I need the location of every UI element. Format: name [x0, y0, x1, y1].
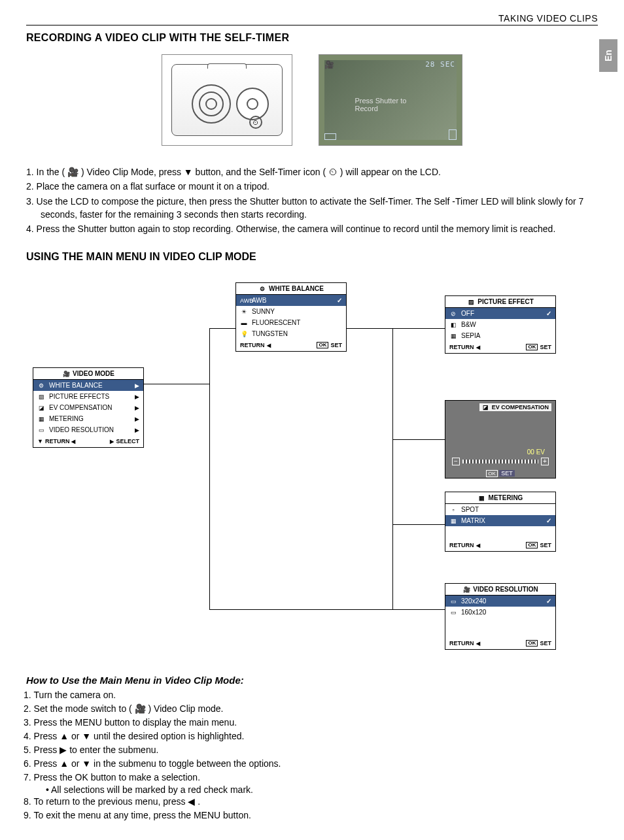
menu-metering: ▦METERING ▫SPOT ▦MATRIX✓ RETURN ◀OK SET	[445, 492, 556, 552]
lcd-hint-text: Press Shutter to Record	[355, 97, 426, 112]
menu-video-resolution: 🎥VIDEO RESOLUTION ▭320x240✓ ▭160x120 RET…	[445, 583, 556, 650]
met-item-matrix: ▦MATRIX✓	[445, 515, 555, 526]
howto-step-1: Turn the camera on.	[26, 688, 598, 702]
pe-item-sepia: ▦SEPIA	[445, 330, 555, 341]
menu-diagram-area: 🎥VIDEO MODE ⚙WHITE BALANCE▶ ▨PICTURE EFF…	[26, 282, 598, 688]
battery-icon	[324, 133, 336, 140]
wb-item-tungsten: 💡TUNGSTEN	[236, 328, 346, 339]
wb-item-awb: AWBAWB✓	[236, 295, 346, 306]
wb-item-sunny: ☀SUNNY	[236, 306, 346, 317]
vr-item-160: ▭160x120	[445, 607, 555, 618]
menu-item-metering: ▦METERING▶	[33, 413, 143, 424]
menu-white-balance: ⚙WHITE BALANCE AWBAWB✓ ☀SUNNY ▬FLUORESCE…	[235, 282, 347, 352]
menu-item-video-resolution: ▭VIDEO RESOLUTION▶	[33, 424, 143, 435]
howto-section: How to Use the Main Menu in Video Clip M…	[26, 675, 598, 822]
video-mode-icon: 🎥	[324, 60, 334, 69]
menu-picture-effect: ▨PICTURE EFFECT ⊘OFF✓ ◧B&W ▦SEPIA RETURN…	[445, 295, 556, 354]
menu-item-ev-compensation: ◪EV COMPENSATION▶	[33, 402, 143, 413]
section1-title: RECORDING A VIDEO CLIP WITH THE SELF-TIM…	[26, 32, 598, 44]
howto-step-9: To exit the menu at any time, press the …	[26, 809, 598, 822]
step-4: Press the Shutter button again to stop r…	[29, 222, 598, 235]
vr-item-320: ▭320x240✓	[445, 596, 555, 607]
section2-title: USING THE MAIN MENU IN VIDEO CLIP MODE	[26, 251, 598, 263]
wb-item-fluorescent: ▬FLUORESCENT	[236, 317, 346, 328]
howto-step-6: Press ▲ or ▼ in the submenu to toggle be…	[26, 757, 598, 771]
lcd-preview: 🎥 28 SEC Press Shutter to Record	[319, 54, 462, 146]
step-1: In the ( 🎥 ) Video Clip Mode, press ▼ bu…	[29, 165, 598, 178]
howto-step-4: Press ▲ or ▼ until the desired option is…	[26, 730, 598, 743]
pe-item-off: ⊘OFF✓	[445, 308, 555, 319]
step-3: Use the LCD to compose the picture, then…	[29, 195, 598, 222]
howto-step-5: Press ▶ to enter the submenu.	[26, 743, 598, 757]
menu-ev-compensation: ◪EV COMPENSATION 00 EV −+ OK OK SETSET	[445, 400, 556, 479]
howto-step-3: Press the MENU button to display the mai…	[26, 716, 598, 730]
section1-steps: In the ( 🎥 ) Video Clip Mode, press ▼ bu…	[29, 165, 598, 235]
lcd-timer-text: 28 SEC	[425, 60, 455, 69]
howto-step-7: Press the OK button to make a selection.	[26, 771, 598, 784]
menu-item-white-balance: ⚙WHITE BALANCE▶	[33, 380, 143, 391]
camera-diagram: ⏲	[162, 54, 292, 146]
howto-step-8: To return to the previous menu, press ◀ …	[26, 795, 598, 809]
ev-value: 00 EV	[527, 448, 545, 456]
howto-step-2: Set the mode switch to ( 🎥 ) Video Clip …	[26, 702, 598, 716]
sd-card-icon	[449, 129, 457, 140]
header-section-label: TAKING VIDEO CLIPS	[26, 13, 598, 25]
howto-bullet: • All selections will be marked by a red…	[46, 784, 598, 795]
menu-video-mode: 🎥VIDEO MODE ⚙WHITE BALANCE▶ ▨PICTURE EFF…	[33, 367, 144, 448]
language-tab: En	[599, 39, 617, 72]
met-item-spot: ▫SPOT	[445, 504, 555, 515]
menu-title-label: VIDEO MODE	[73, 370, 114, 377]
pe-item-bw: ◧B&W	[445, 319, 555, 330]
menu-item-picture-effects: ▨PICTURE EFFECTS▶	[33, 391, 143, 402]
illustration-row: ⏲ 🎥 28 SEC Press Shutter to Record	[26, 54, 598, 146]
step-2: Place the camera on a flat surface or mo…	[29, 180, 598, 193]
